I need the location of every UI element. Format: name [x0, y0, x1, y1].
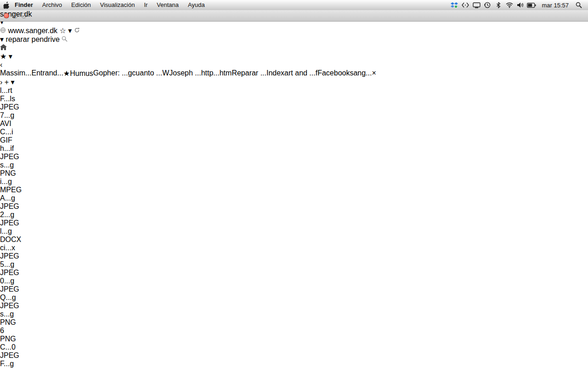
file-icon-grid: l...rtF...lsJPEG7...gAVIC...iGIFh...ifJP…	[0, 86, 588, 368]
browser-viewport: l...rtF...lsJPEG7...gAVIC...iGIFh...ifJP…	[0, 86, 588, 368]
